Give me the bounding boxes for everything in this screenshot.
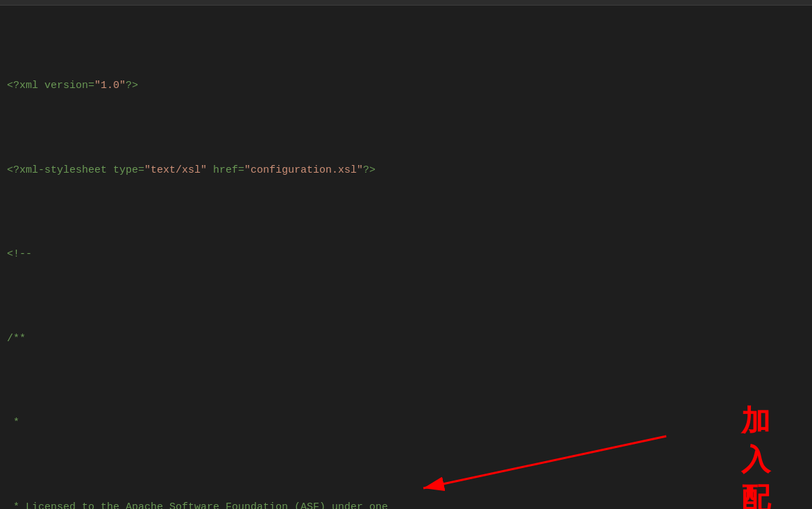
code-editor: <?xml version="1.0"?> <?xml-stylesheet t… [0, 6, 812, 509]
code-line-4: /** [0, 331, 812, 349]
code-line-1: <?xml version="1.0"?> [0, 78, 812, 96]
code-line-3: <!-- [0, 246, 812, 264]
code-line-5: * [0, 415, 812, 433]
top-bar [0, 0, 812, 6]
xml-decl: <?xml version="1.0"?> [7, 80, 138, 92]
comment-open: <!-- [7, 248, 32, 260]
comment-star: * [7, 417, 19, 429]
comment-jsdoc: /** [7, 333, 26, 345]
code-line-6: * Licensed to the Apache Software Founda… [0, 499, 812, 509]
code-line-2: <?xml-stylesheet type="text/xsl" href="c… [0, 162, 812, 180]
xml-stylesheet: <?xml-stylesheet type="text/xsl" href="c… [7, 164, 375, 176]
comment-text-6: * Licensed to the Apache Software Founda… [7, 501, 388, 509]
